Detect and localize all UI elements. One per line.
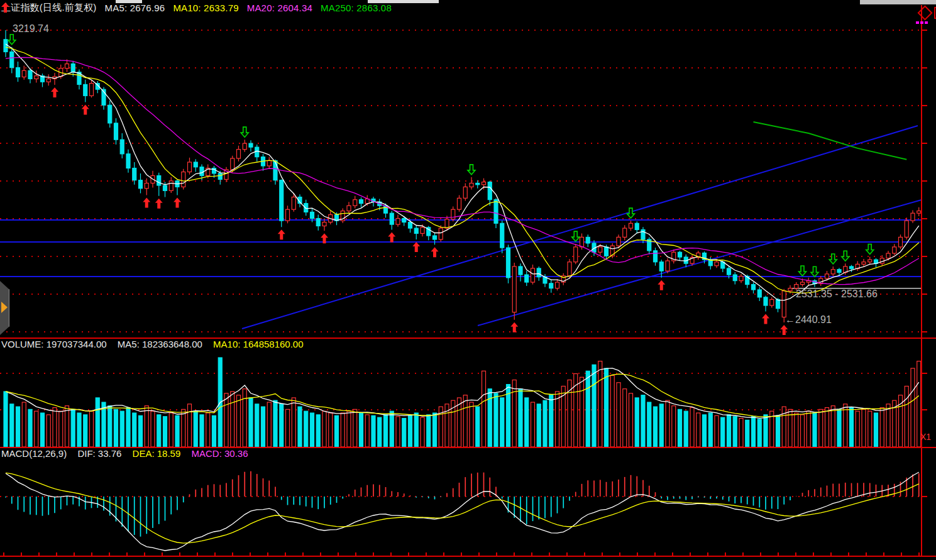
macd-chart-canvas[interactable] bbox=[0, 462, 922, 556]
window-edge-fragment bbox=[860, 0, 936, 4]
left-panel-expand-handle[interactable] bbox=[0, 281, 9, 335]
trading-terminal-screen: 上证指数(日线.前复权) MA5: 2676.96 MA10: 2633.79 … bbox=[0, 0, 936, 560]
main-chart-header: 上证指数(日线.前复权) MA5: 2676.96 MA10: 2633.79 … bbox=[1, 1, 400, 14]
time-axis bbox=[0, 551, 936, 560]
ma20-value: MA20: 2604.34 bbox=[247, 3, 312, 13]
dea-value: DEA: 18.59 bbox=[133, 448, 181, 459]
ma10-value: MA10: 2633.79 bbox=[173, 3, 238, 13]
high-price-label: 3219.74 bbox=[13, 23, 49, 35]
expand-arrow-icon bbox=[1, 302, 8, 313]
macd-name: MACD(12,26,9) bbox=[1, 448, 67, 459]
window-edge-fragment bbox=[368, 0, 439, 3]
macd-value: MACD: 30.36 bbox=[191, 448, 248, 459]
volume-header: VOLUME: 197037344.00 MA5: 182363648.00 M… bbox=[1, 339, 312, 349]
macd-header: MACD(12,26,9) DIF: 33.76 DEA: 18.59 MACD… bbox=[1, 448, 256, 459]
volume-value: VOLUME: 197037344.00 bbox=[1, 339, 107, 349]
symbol-title: 上证指数(日线.前复权) bbox=[1, 2, 97, 14]
price-axis bbox=[920, 0, 935, 560]
main-chart-canvas[interactable] bbox=[0, 0, 922, 338]
zoom-level-label: X1 bbox=[920, 432, 931, 442]
dif-value: DIF: 33.76 bbox=[77, 448, 121, 459]
window-edge-fragment bbox=[116, 0, 142, 3]
volume-ma5-value: MA5: 182363648.00 bbox=[118, 339, 202, 349]
volume-ma10-value: MA10: 164858160.00 bbox=[213, 339, 303, 349]
ma5-value: MA5: 2676.96 bbox=[105, 3, 165, 13]
trend-up-arrow-icon bbox=[1, 3, 9, 13]
price-range-label: 2531.35 - 2531.66 bbox=[796, 288, 878, 300]
low-price-label: ←2440.91 bbox=[785, 314, 832, 326]
volume-chart-canvas[interactable] bbox=[0, 351, 922, 447]
ellipsis-icon[interactable] bbox=[916, 21, 930, 25]
ma250-value: MA250: 2863.08 bbox=[321, 3, 392, 13]
